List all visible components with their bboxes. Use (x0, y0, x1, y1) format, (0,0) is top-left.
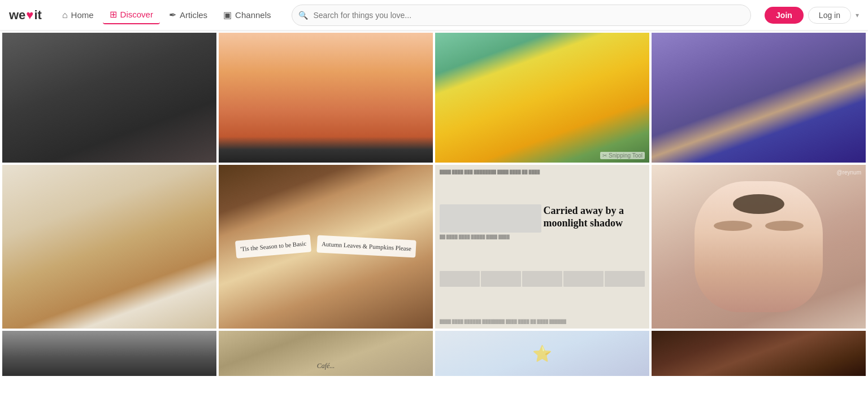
main-content: ✂ Snipping Tool 'Tis the Season to be Ba… (0, 30, 868, 378)
image-card-cafe[interactable]: Café... (219, 331, 433, 376)
header: we ♥ it ⌂ Home ⊞ Discover ✒ Articles ▣ C… (0, 0, 868, 30)
image-card-newspaper[interactable]: ████ ████ ███ ████████ ████ ████ ██ ████… (435, 165, 649, 329)
image-card-coffee-mug[interactable] (652, 331, 866, 376)
dropdown-arrow-icon[interactable]: ▾ (856, 11, 859, 19)
header-actions: Join Log in ▾ (765, 7, 859, 24)
mug-text-2: Autumn Leaves & Pumpkins Please (322, 240, 411, 252)
image-card-painting[interactable]: ✂ Snipping Tool (435, 33, 649, 163)
image-card-stickers[interactable]: ⭐ (435, 331, 649, 376)
home-icon: ⌂ (62, 10, 68, 20)
image-card-paris[interactable] (652, 33, 866, 163)
channels-icon: ▣ (223, 10, 232, 20)
image-card-autumn-flatlay[interactable] (2, 165, 216, 329)
logo-it: it (34, 8, 41, 23)
nav-channels[interactable]: ▣ Channels (216, 6, 277, 24)
logo-we: we (9, 8, 25, 23)
login-button[interactable]: Log in (808, 7, 851, 24)
image-card-fashion[interactable] (2, 33, 216, 163)
articles-icon: ✒ (169, 10, 176, 20)
image-grid: ✂ Snipping Tool 'Tis the Season to be Ba… (2, 33, 866, 376)
image-card-mugs[interactable]: 'Tis the Season to be Basic Autumn Leave… (219, 165, 433, 329)
search-bar: 🔍 (292, 5, 752, 26)
nav-home[interactable]: ⌂ Home (55, 7, 101, 24)
image-card-halloween[interactable] (219, 33, 433, 163)
search-input[interactable] (292, 5, 752, 26)
snipping-watermark: ✂ Snipping Tool (600, 152, 645, 159)
join-button[interactable]: Join (765, 7, 804, 24)
nav-articles[interactable]: ✒ Articles (162, 6, 214, 24)
logo[interactable]: we ♥ it (9, 8, 42, 23)
image-card-ocean[interactable] (2, 331, 216, 376)
logo-heart-icon: ♥ (26, 8, 33, 23)
image-card-portrait[interactable]: @reynum (652, 165, 866, 329)
discover-icon: ⊞ (110, 9, 117, 20)
main-nav: ⌂ Home ⊞ Discover ✒ Articles ▣ Channels (55, 6, 278, 24)
mug-text-1: 'Tis the Season to be Basic (240, 240, 307, 252)
search-icon: 🔍 (298, 11, 308, 20)
nav-discover[interactable]: ⊞ Discover (103, 6, 160, 24)
